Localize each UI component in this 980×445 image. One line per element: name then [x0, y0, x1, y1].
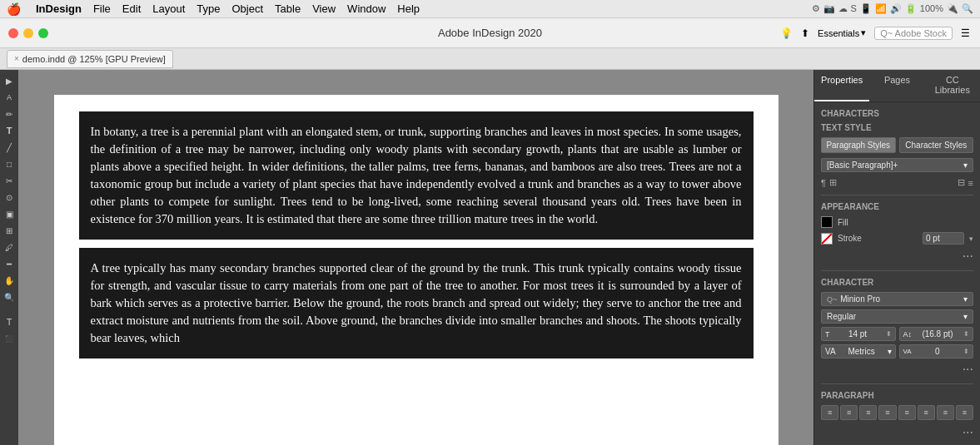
close-button[interactable] — [8, 28, 18, 38]
tab-properties[interactable]: Properties — [814, 70, 869, 101]
font-style-dropdown[interactable]: Regular ▾ — [821, 309, 973, 324]
style-dropdown-label: [Basic Paragraph]+ — [827, 161, 898, 170]
tracking-arrows: ⬍ — [963, 348, 969, 355]
search-bar[interactable]: Q~ Adobe Stock — [874, 27, 953, 40]
workspace-dropdown[interactable]: Essentials ▾ — [818, 27, 866, 38]
font-size-icon: T — [825, 330, 830, 339]
tool-rectangle[interactable]: □ — [2, 156, 17, 171]
section-characters-label: Characters — [821, 109, 973, 118]
tool-mode[interactable]: ⬛ — [2, 331, 17, 346]
tool-direct-select[interactable]: A — [2, 90, 17, 105]
menu-file[interactable]: File — [93, 2, 111, 15]
menu-table[interactable]: Table — [275, 2, 301, 15]
align-center-justify-button[interactable]: ≡ — [937, 405, 954, 420]
char-size-row: T 14 pt ⬍ A↕ (16.8 pt) ⬍ — [821, 327, 973, 341]
font-dropdown[interactable]: Q~ Minion Pro ▾ — [821, 292, 973, 306]
tracking-chevron: ▾ — [888, 347, 892, 356]
paragraph-2-text: A tree typically has many secondary bran… — [91, 261, 742, 344]
search-icon: Q~ — [827, 295, 837, 304]
tool-line[interactable]: ╱ — [2, 140, 17, 155]
paragraph-more-button[interactable]: ··· — [821, 425, 973, 440]
paragraph-section: Paragraph ≡ ≡ ≡ ≡ ≡ ≡ ≡ ≡ ··· — [821, 391, 973, 440]
apple-menu[interactable]: 🍎 — [7, 2, 21, 16]
text-block-1[interactable]: In botany, a tree is a perennial plant w… — [79, 111, 754, 240]
tool-scissors[interactable]: ✂ — [2, 173, 17, 188]
menu-indesign[interactable]: InDesign — [36, 2, 82, 15]
line-height-value: (16.8 pt) — [922, 329, 953, 339]
tool-text[interactable]: T — [2, 123, 17, 138]
character-label: Character — [821, 278, 973, 287]
tool-fill[interactable]: T — [2, 314, 17, 329]
paragraph-styles-button[interactable]: Paragraph Styles — [821, 137, 896, 153]
align-right-justify-button[interactable]: ≡ — [956, 405, 973, 420]
appearance-more-button[interactable]: ··· — [821, 249, 973, 264]
minimize-button[interactable] — [23, 28, 33, 38]
fill-swatch[interactable] — [821, 216, 833, 228]
style-more-left[interactable]: ⊞ — [829, 177, 837, 188]
tool-color[interactable]: ⊞ — [2, 223, 17, 238]
tab-pages[interactable]: Pages — [869, 70, 924, 101]
text-block-2[interactable]: A tree typically has many secondary bran… — [79, 248, 754, 358]
tab-cc-libraries[interactable]: CC Libraries — [925, 70, 980, 101]
stroke-input[interactable]: 0 pt — [923, 232, 964, 245]
paragraph-1-text: In botany, a tree is a perennial plant w… — [91, 125, 742, 225]
character-more-button[interactable]: ··· — [821, 362, 973, 377]
leading-arrows: ⬍ — [963, 330, 969, 338]
hamburger-icon[interactable]: ☰ — [961, 27, 970, 39]
tracking-value-option[interactable]: VA 0 ⬍ — [899, 344, 974, 358]
tool-eyedropper[interactable]: 🖊 — [2, 240, 17, 255]
align-center-button[interactable]: ≡ — [840, 405, 858, 420]
tracking-option[interactable]: VA Metrics ▾ — [821, 344, 896, 358]
style-dropdown[interactable]: [Basic Paragraph]+ ▾ — [821, 158, 973, 172]
align-left-justify-button[interactable]: ≡ — [918, 405, 935, 420]
align-justify-all-button[interactable]: ≡ — [898, 405, 916, 420]
line-height-input[interactable]: A↕ (16.8 pt) ⬍ — [899, 327, 974, 341]
menu-help[interactable]: Help — [397, 2, 420, 15]
align-right-button[interactable]: ≡ — [859, 405, 877, 420]
titlebar: Adobe InDesign 2020 💡 ⬆ Essentials ▾ Q~ … — [0, 18, 980, 48]
tool-measure[interactable]: ━ — [2, 256, 17, 271]
canvas-area[interactable]: In botany, a tree is a perennial plant w… — [18, 70, 813, 445]
tool-free-transform[interactable]: ⊙ — [2, 190, 17, 205]
tracking-icon-2: VA — [903, 348, 912, 355]
right-panel: Properties Pages CC Libraries Characters… — [813, 70, 980, 445]
tool-zoom[interactable]: 🔍 — [2, 289, 17, 304]
paragraph-mark-icon: ¶ — [821, 178, 826, 188]
tab-label: demo.indd @ 125% [GPU Preview] — [22, 54, 166, 64]
lightbulb-icon[interactable]: 💡 — [780, 27, 793, 39]
traffic-lights[interactable] — [8, 28, 48, 38]
menu-object[interactable]: Object — [232, 2, 264, 15]
style-align-icon[interactable]: ≡ — [968, 178, 973, 188]
menu-type[interactable]: Type — [196, 2, 220, 15]
maximize-button[interactable] — [38, 28, 48, 38]
menu-window[interactable]: Window — [347, 2, 386, 15]
stroke-row: Stroke 0 pt ▾ — [821, 232, 973, 245]
tool-pen[interactable]: ✏ — [2, 106, 17, 121]
share-icon[interactable]: ⬆ — [801, 27, 809, 39]
workspace-chevron: ▾ — [861, 27, 866, 38]
stroke-dropdown[interactable]: ▾ — [969, 235, 973, 243]
divider-1 — [821, 195, 973, 195]
menubar-status-icons: ⚙📷☁S📱📶🔊🔋100%🔌🔍 — [812, 3, 973, 14]
align-left-button[interactable]: ≡ — [821, 405, 838, 420]
font-size-arrows: ⬍ — [886, 330, 892, 338]
main-layout: ▶ A ✏ T ╱ □ ✂ ⊙ ▣ ⊞ 🖊 ━ ✋ 🔍 T ⬛ In botan… — [0, 70, 980, 445]
divider-3 — [821, 383, 973, 384]
character-styles-button[interactable]: Character Styles — [899, 137, 974, 153]
font-size-input[interactable]: T 14 pt ⬍ — [821, 327, 896, 341]
app-title: Adobe InDesign 2020 — [438, 27, 542, 39]
align-justify-button[interactable]: ≡ — [878, 405, 896, 420]
tab-close-button[interactable]: × — [14, 54, 19, 63]
tool-select[interactable]: ▶ — [2, 73, 17, 88]
style-more-right[interactable]: ⊟ — [958, 177, 965, 188]
text-style-buttons: Paragraph Styles Character Styles — [821, 137, 973, 153]
menu-view[interactable]: View — [312, 2, 336, 15]
char-options-row: VA Metrics ▾ VA 0 ⬍ — [821, 344, 973, 358]
leading-icon: A↕ — [903, 330, 913, 339]
tool-gradient[interactable]: ▣ — [2, 206, 17, 221]
tool-hand[interactable]: ✋ — [2, 273, 17, 288]
document-tab[interactable]: × demo.indd @ 125% [GPU Preview] — [7, 50, 173, 68]
menu-edit[interactable]: Edit — [122, 2, 141, 15]
stroke-swatch[interactable] — [821, 233, 833, 245]
menu-layout[interactable]: Layout — [152, 2, 185, 15]
